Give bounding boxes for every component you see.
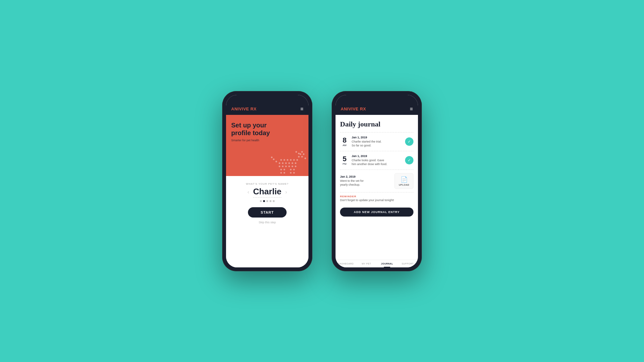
svg-point-33 xyxy=(273,158,275,160)
time-period-1: AM xyxy=(340,144,349,147)
add-entry-button[interactable]: ADD NEW JOURNAL ENTRY xyxy=(340,208,413,217)
svg-point-19 xyxy=(301,156,303,157)
entry-content-2: Jan 1, 2019 Charlie looks good. Gavehim … xyxy=(352,154,402,166)
hamburger-icon-1[interactable]: ≡ xyxy=(300,107,303,112)
pet-name-row: ‹ Charlie › xyxy=(248,187,287,198)
skip-link[interactable]: Skip this step xyxy=(259,221,276,224)
logo-accent-2: RX xyxy=(360,107,366,111)
phone-setup: ANIVIVE RX ≡ Set up your profile today S… xyxy=(222,91,312,271)
svg-point-24 xyxy=(280,169,282,170)
entry-text-1: Charlie started the trial.So far so good… xyxy=(352,140,402,148)
dot-1 xyxy=(260,200,262,202)
hamburger-icon-2[interactable]: ≡ xyxy=(410,107,413,112)
phone2-screen: ANIVIVE RX ≡ Daily journal 8 AM Jan 1, 2… xyxy=(336,95,418,267)
entry-date-3: Jan 2, 2019 xyxy=(340,175,392,178)
notch xyxy=(251,95,283,103)
reminder-block: REMINDER Don't forget to update your jou… xyxy=(340,192,413,204)
reminder-text: Don't forget to update your journal toni… xyxy=(340,199,413,202)
logo-text-2: ANIVIVE xyxy=(341,107,359,111)
journal-entry-2: 5 PM Jan 1, 2019 Charlie looks good. Gav… xyxy=(340,151,413,170)
svg-point-34 xyxy=(271,156,273,158)
dot-5[interactable] xyxy=(273,200,275,202)
svg-point-1 xyxy=(282,162,284,164)
svg-point-27 xyxy=(293,169,295,170)
svg-point-28 xyxy=(280,172,282,173)
svg-point-18 xyxy=(298,156,300,157)
entry-content-1: Jan 1, 2019 Charlie started the trial.So… xyxy=(352,136,402,148)
upload-card[interactable]: 📄 UPLOAD xyxy=(394,173,413,189)
next-arrow[interactable]: › xyxy=(285,189,287,195)
svg-point-11 xyxy=(295,165,297,167)
nav-my-pet[interactable]: MY PET xyxy=(356,263,377,266)
svg-point-6 xyxy=(279,165,280,167)
entry-text-2: Charlie looks good. Gavehim another dose… xyxy=(352,158,402,166)
nav-support[interactable]: SUPPORT xyxy=(397,263,418,266)
svg-point-4 xyxy=(292,162,293,164)
check-icon-1: ✓ xyxy=(405,137,413,146)
setup-body: WHAT'S YOUR PET'S NAME? ‹ Charlie › STAR… xyxy=(226,176,308,267)
logo-accent-1: RX xyxy=(251,107,257,111)
start-button[interactable]: START xyxy=(248,207,287,218)
svg-point-17 xyxy=(297,159,298,161)
time-num-2: 5 xyxy=(340,155,349,162)
app-logo-2: ANIVIVE RX xyxy=(341,107,366,111)
time-num-1: 8 xyxy=(340,137,349,144)
svg-point-9 xyxy=(289,165,290,167)
svg-point-12 xyxy=(280,159,282,161)
time-period-2: PM xyxy=(340,162,349,165)
svg-point-32 xyxy=(276,161,277,162)
reminder-label: REMINDER xyxy=(340,195,413,198)
bottom-nav: DASHBOARD MY PET JOURNAL SUPPORT xyxy=(336,260,418,267)
svg-point-23 xyxy=(305,157,306,159)
entry-date-2: Jan 1, 2019 xyxy=(352,154,402,158)
prev-arrow[interactable]: ‹ xyxy=(248,189,249,195)
phone-journal: ANIVIVE RX ≡ Daily journal 8 AM Jan 1, 2… xyxy=(332,91,422,271)
svg-point-26 xyxy=(290,169,292,170)
journal-entry-3: Jan 2, 2019 Went to the vet foryearly ch… xyxy=(340,170,413,192)
svg-point-13 xyxy=(284,159,285,161)
svg-point-2 xyxy=(285,162,287,164)
journal-body: Daily journal 8 AM Jan 1, 2019 Charlie s… xyxy=(336,115,418,260)
dog-illustration xyxy=(260,141,308,176)
nav-journal[interactable]: JOURNAL xyxy=(377,263,397,266)
pagination-dots xyxy=(260,200,275,202)
svg-point-16 xyxy=(293,159,295,161)
hero-title: Set up your profile today xyxy=(231,121,303,137)
time-block-2: 5 PM xyxy=(340,155,349,165)
dot-4[interactable] xyxy=(270,200,271,202)
svg-point-22 xyxy=(301,151,303,153)
hero-banner: Set up your profile today Smarter for pe… xyxy=(226,115,308,176)
dot-3[interactable] xyxy=(266,200,268,202)
entry-content-3: Jan 2, 2019 Went to the vet foryearly ch… xyxy=(340,175,392,187)
notch-2 xyxy=(361,95,393,103)
journal-title: Daily journal xyxy=(340,120,413,128)
pet-name-label: WHAT'S YOUR PET'S NAME? xyxy=(246,182,289,185)
journal-entry-1: 8 AM Jan 1, 2019 Charlie started the tri… xyxy=(340,132,413,151)
dot-2[interactable] xyxy=(263,200,265,202)
svg-point-35 xyxy=(298,153,300,154)
phones-container: ANIVIVE RX ≡ Set up your profile today S… xyxy=(222,91,422,271)
entry-date-1: Jan 1, 2019 xyxy=(352,136,402,139)
svg-point-31 xyxy=(293,172,295,173)
svg-point-7 xyxy=(282,165,284,167)
logo-text-1: ANIVIVE xyxy=(231,107,249,111)
svg-point-36 xyxy=(296,151,297,153)
svg-point-15 xyxy=(290,159,292,161)
svg-point-20 xyxy=(300,153,301,155)
svg-point-0 xyxy=(279,162,280,164)
nav-dashboard[interactable]: DASHBOARD xyxy=(336,263,356,266)
svg-point-3 xyxy=(289,162,290,164)
svg-point-29 xyxy=(284,172,285,173)
svg-point-25 xyxy=(284,169,285,170)
app-logo-1: ANIVIVE RX xyxy=(231,107,257,111)
upload-icon: 📄 xyxy=(401,176,408,183)
check-icon-2: ✓ xyxy=(405,156,413,164)
svg-point-21 xyxy=(303,153,305,155)
upload-label: UPLOAD xyxy=(399,184,409,186)
svg-point-8 xyxy=(285,165,287,167)
entry-text-3: Went to the vet foryearly checkup. xyxy=(340,179,392,187)
svg-point-5 xyxy=(295,162,297,164)
pet-name-value: Charlie xyxy=(253,187,281,198)
time-block-1: 8 AM xyxy=(340,137,349,147)
svg-point-14 xyxy=(287,159,289,161)
